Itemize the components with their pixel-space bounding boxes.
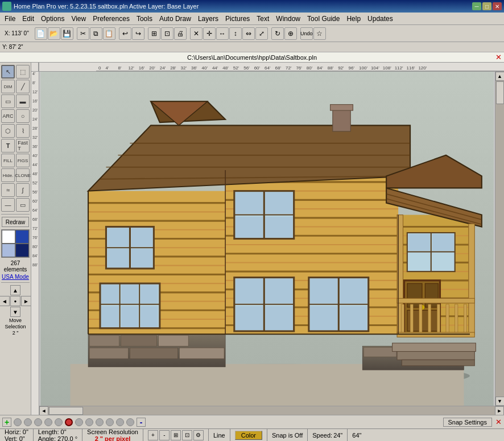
scroll-track-v[interactable] bbox=[495, 81, 505, 397]
scroll-thumb-h[interactable] bbox=[49, 407, 83, 415]
menu-preferences[interactable]: Preferences bbox=[89, 14, 133, 24]
tb-open[interactable]: 📂 bbox=[48, 27, 60, 40]
layer-dot-9[interactable] bbox=[96, 418, 104, 426]
move-center-button[interactable]: ● bbox=[10, 296, 20, 306]
menu-toolguide[interactable]: Tool Guide bbox=[304, 14, 343, 24]
move-down-button[interactable]: ▼ bbox=[10, 307, 20, 317]
usa-mode[interactable]: USA Mode bbox=[2, 274, 29, 280]
scroll-left-arrow[interactable]: ◄ bbox=[39, 406, 48, 415]
tool-select[interactable]: ↖ bbox=[1, 65, 15, 79]
tb-grid[interactable]: ⊞ bbox=[148, 27, 160, 40]
scroll-right-arrow[interactable]: ► bbox=[495, 406, 504, 415]
tb-paste[interactable]: 📋 bbox=[103, 27, 115, 40]
tb-undo[interactable]: ↩ bbox=[119, 27, 131, 40]
zoom-controls[interactable]: + - ⊞ ⊡ ⚙ bbox=[148, 430, 204, 440]
menu-updates[interactable]: Updates bbox=[364, 14, 396, 24]
menu-layers[interactable]: Layers bbox=[195, 14, 222, 24]
tb-new[interactable]: 📄 bbox=[35, 27, 47, 40]
menu-view[interactable]: View bbox=[68, 14, 89, 24]
tool-dim[interactable]: DIM bbox=[1, 80, 15, 93]
tb-copy[interactable]: ⧉ bbox=[90, 27, 102, 40]
tb-flip-v[interactable]: ↕ bbox=[229, 27, 242, 40]
minimize-button[interactable]: ─ bbox=[472, 2, 481, 10]
canvas-area[interactable]: ▼ bbox=[39, 72, 495, 406]
tb-resize[interactable]: ⤢ bbox=[255, 27, 268, 40]
tb-zoom-fit[interactable]: ⊡ bbox=[161, 27, 173, 40]
tool-rect[interactable]: ▬ bbox=[16, 94, 30, 108]
maximize-button[interactable]: □ bbox=[482, 2, 491, 10]
redraw-button[interactable]: Redraw bbox=[2, 217, 29, 227]
tool-poly[interactable]: ⬡ bbox=[1, 124, 15, 138]
tool-text-fast[interactable]: FastT bbox=[16, 139, 30, 153]
tb-snap[interactable]: ⊕ bbox=[284, 27, 297, 40]
tool-text-normal[interactable]: T bbox=[1, 139, 15, 153]
color-white[interactable] bbox=[2, 230, 15, 244]
add-layer-button[interactable]: + bbox=[2, 418, 11, 427]
tool-arc[interactable]: ARC bbox=[1, 109, 15, 123]
zoom-fit-button[interactable]: ⊞ bbox=[171, 430, 181, 440]
snap-settings-button[interactable]: Snap Settings bbox=[443, 418, 493, 427]
tool-curve[interactable]: ∫ bbox=[16, 183, 30, 197]
tb-flip-h[interactable]: ↔ bbox=[216, 27, 229, 40]
move-left-button[interactable]: ◄ bbox=[0, 296, 10, 306]
close-button[interactable]: ✕ bbox=[493, 2, 502, 10]
scroll-down-arrow[interactable]: ▼ bbox=[495, 397, 505, 406]
scroll-thumb-v[interactable] bbox=[496, 81, 504, 104]
move-up-button[interactable]: ▲ bbox=[10, 285, 20, 295]
menu-file[interactable]: File bbox=[1, 14, 19, 24]
tool-clone[interactable]: CLONE bbox=[16, 168, 30, 182]
tb-stretch[interactable]: ⇔ bbox=[242, 27, 255, 40]
zoom-out-button[interactable]: - bbox=[159, 430, 170, 440]
menu-help[interactable]: Help bbox=[343, 14, 364, 24]
tb-print[interactable]: 🖨 bbox=[174, 27, 187, 40]
zoom-custom-button[interactable]: ⊡ bbox=[182, 430, 192, 440]
color-light-blue[interactable] bbox=[2, 244, 15, 257]
titlebar-controls[interactable]: ─ □ ✕ bbox=[472, 2, 502, 10]
color-blue[interactable] bbox=[15, 230, 29, 244]
color-palette[interactable] bbox=[1, 229, 30, 258]
menu-edit[interactable]: Edit bbox=[19, 14, 38, 24]
zoom-in-button[interactable]: + bbox=[148, 430, 158, 440]
tool-select-box[interactable]: ⬚ bbox=[16, 65, 30, 79]
tool-circle[interactable]: ○ bbox=[16, 109, 30, 123]
menu-tools[interactable]: Tools bbox=[133, 14, 156, 24]
menu-options[interactable]: Options bbox=[38, 14, 68, 24]
layer-dot-active[interactable] bbox=[65, 418, 73, 426]
tb-cut[interactable]: ✂ bbox=[77, 27, 89, 40]
tb-save[interactable]: 💾 bbox=[61, 27, 73, 40]
tool-hide[interactable]: Hide. bbox=[1, 168, 15, 182]
menu-autodraw[interactable]: Auto Draw bbox=[156, 14, 195, 24]
tool-figs[interactable]: FIGS bbox=[16, 154, 30, 167]
tb-redo[interactable]: ↪ bbox=[132, 27, 144, 40]
horizontal-scrollbar[interactable]: ◄ ► bbox=[39, 406, 504, 415]
layer-dot-12[interactable] bbox=[126, 418, 134, 426]
tb-extra[interactable]: ☆ bbox=[313, 27, 326, 40]
menu-text[interactable]: Text bbox=[253, 14, 272, 24]
tool-line2[interactable]: — bbox=[1, 198, 15, 212]
tool-rect2[interactable]: ▭ bbox=[16, 198, 30, 212]
layer-dot-5[interactable] bbox=[55, 418, 63, 426]
layer-dot-11[interactable] bbox=[116, 418, 124, 426]
tb-rotate[interactable]: ↻ bbox=[271, 27, 284, 40]
scroll-up-arrow[interactable]: ▲ bbox=[495, 72, 505, 81]
menu-pictures[interactable]: Pictures bbox=[222, 14, 253, 24]
vertical-scrollbar[interactable]: ▲ ▼ bbox=[495, 72, 504, 406]
zoom-extra-button[interactable]: ⚙ bbox=[193, 430, 204, 440]
tool-wave[interactable]: ≈ bbox=[1, 183, 15, 197]
tool-stair[interactable]: ⌇ bbox=[16, 124, 30, 138]
status-color-button[interactable]: Color bbox=[230, 429, 267, 441]
move-right-button[interactable]: ► bbox=[21, 296, 31, 306]
scroll-track-h[interactable] bbox=[48, 406, 495, 415]
tool-rect-open[interactable]: ▭ bbox=[1, 94, 15, 108]
color-dark-blue[interactable] bbox=[15, 244, 29, 257]
layer-dot-8[interactable] bbox=[85, 418, 93, 426]
tb-undo2[interactable]: Undo bbox=[300, 27, 313, 40]
menu-window[interactable]: Window bbox=[272, 14, 304, 24]
tb-delete[interactable]: ✕ bbox=[190, 27, 203, 40]
tool-line[interactable]: ╱ bbox=[16, 80, 30, 93]
layer-dot-10[interactable] bbox=[106, 418, 114, 426]
tb-move[interactable]: ✛ bbox=[203, 27, 216, 40]
layer-dot-7[interactable] bbox=[75, 418, 83, 426]
color-button[interactable]: Color bbox=[235, 431, 262, 440]
layer-dot-1[interactable] bbox=[14, 418, 22, 426]
